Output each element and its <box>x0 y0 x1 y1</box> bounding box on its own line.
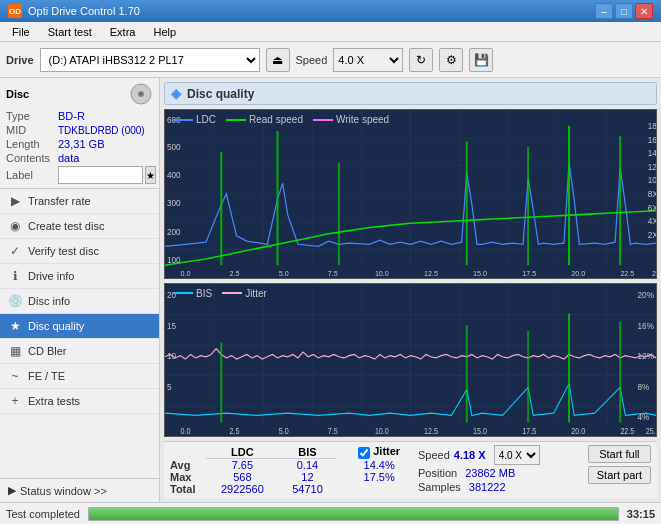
avg-label: Avg <box>170 459 206 472</box>
create-test-disc-label: Create test disc <box>28 220 104 232</box>
start-full-button[interactable]: Start full <box>588 445 651 463</box>
svg-text:16%: 16% <box>638 320 655 331</box>
disc-quality-panel: ◈ Disc quality LDC Read speed <box>160 78 661 502</box>
samples-value: 381222 <box>469 481 506 493</box>
svg-text:22.5: 22.5 <box>620 269 634 278</box>
speed-label: Speed <box>296 54 328 66</box>
title-bar-left: OD Opti Drive Control 1.70 <box>8 4 140 18</box>
svg-text:15.0: 15.0 <box>473 427 487 437</box>
app-title: Opti Drive Control 1.70 <box>28 5 140 17</box>
close-button[interactable]: ✕ <box>635 3 653 19</box>
svg-text:15: 15 <box>167 320 176 331</box>
upper-chart-legend: LDC Read speed Write speed <box>167 112 395 127</box>
verify-test-disc-icon: ✓ <box>8 244 22 258</box>
svg-text:500: 500 <box>167 143 181 152</box>
sidebar-item-transfer-rate[interactable]: ▶ Transfer rate <box>0 189 159 214</box>
svg-text:15.0: 15.0 <box>473 269 487 278</box>
menu-start-test[interactable]: Start test <box>40 24 100 40</box>
svg-text:25.0 GB: 25.0 GB <box>652 269 656 278</box>
disc-quality-icon: ★ <box>8 319 22 333</box>
disc-length-row: Length 23,31 GB <box>6 138 153 150</box>
svg-text:12.5: 12.5 <box>424 427 438 437</box>
main-area: Disc Type BD-R MID TDKBLDRBD (000) Lengt… <box>0 78 661 502</box>
disc-mid-value: TDKBLDRBD (000) <box>58 125 145 136</box>
transfer-rate-icon: ▶ <box>8 194 22 208</box>
bis-legend-label: BIS <box>196 288 212 299</box>
svg-text:10.0: 10.0 <box>375 427 389 437</box>
disc-type-row: Type BD-R <box>6 110 153 122</box>
disc-label-input[interactable] <box>58 166 143 184</box>
menu-file[interactable]: File <box>4 24 38 40</box>
bis-color <box>173 292 193 294</box>
maximize-button[interactable]: □ <box>615 3 633 19</box>
menu-extra[interactable]: Extra <box>102 24 144 40</box>
bis-header: BIS <box>279 445 337 458</box>
disc-contents-value: data <box>58 152 79 164</box>
svg-text:14X: 14X <box>648 149 656 158</box>
status-window-button[interactable]: ▶ Status window >> <box>0 478 159 502</box>
svg-text:5.0: 5.0 <box>279 269 289 278</box>
write-speed-legend-label: Write speed <box>336 114 389 125</box>
svg-text:5: 5 <box>167 381 172 392</box>
svg-text:12.5: 12.5 <box>424 269 438 278</box>
status-window-label: Status window >> <box>20 485 107 497</box>
disc-info-icon: 💿 <box>8 294 22 308</box>
disc-length-label: Length <box>6 138 58 150</box>
read-speed-color <box>226 119 246 121</box>
legend-ldc: LDC <box>173 114 216 125</box>
svg-text:7.5: 7.5 <box>328 269 338 278</box>
speed-stat-select[interactable]: 4.0 X <box>494 445 540 465</box>
svg-text:6X: 6X <box>648 204 656 213</box>
progress-bar <box>88 507 619 521</box>
sidebar-item-disc-info[interactable]: 💿 Disc info <box>0 289 159 314</box>
sidebar-item-extra-tests[interactable]: + Extra tests <box>0 389 159 414</box>
extra-tests-icon: + <box>8 394 22 408</box>
drive-select[interactable]: (D:) ATAPI iHBS312 2 PL17 <box>40 48 260 72</box>
svg-text:2.5: 2.5 <box>230 427 240 437</box>
disc-label-btn[interactable]: ★ <box>145 166 156 184</box>
progress-bar-fill <box>89 508 618 520</box>
svg-text:22.5: 22.5 <box>620 427 634 437</box>
svg-text:200: 200 <box>167 228 181 237</box>
disc-section-title: Disc <box>6 88 29 100</box>
panel-header: ◈ Disc quality <box>164 82 657 105</box>
sidebar-item-fe-te[interactable]: ~ FE / TE <box>0 364 159 389</box>
samples-label: Samples <box>418 481 461 493</box>
jitter-checkbox[interactable] <box>358 447 370 459</box>
sidebar-item-verify-test-disc[interactable]: ✓ Verify test disc <box>0 239 159 264</box>
avg-ldc: 7.65 <box>206 459 279 472</box>
svg-text:7.5: 7.5 <box>328 427 338 437</box>
read-speed-legend-label: Read speed <box>249 114 303 125</box>
stats-table: LDC BIS Jitter Avg <box>170 445 410 495</box>
refresh-button[interactable]: ↻ <box>409 48 433 72</box>
save-button[interactable]: 💾 <box>469 48 493 72</box>
fe-te-label: FE / TE <box>28 370 65 382</box>
ldc-color <box>173 119 193 121</box>
svg-text:0.0: 0.0 <box>180 269 190 278</box>
lower-chart: BIS Jitter <box>164 283 657 438</box>
svg-text:0.0: 0.0 <box>180 427 190 437</box>
svg-text:8%: 8% <box>638 381 650 392</box>
menu-help[interactable]: Help <box>145 24 184 40</box>
sidebar-item-disc-quality[interactable]: ★ Disc quality <box>0 314 159 339</box>
drive-label: Drive <box>6 54 34 66</box>
eject-button[interactable]: ⏏ <box>266 48 290 72</box>
sidebar-item-drive-info[interactable]: ℹ Drive info <box>0 264 159 289</box>
minimize-button[interactable]: – <box>595 3 613 19</box>
start-part-button[interactable]: Start part <box>588 466 651 484</box>
settings-button[interactable]: ⚙ <box>439 48 463 72</box>
jitter-header: Jitter <box>373 445 400 457</box>
svg-text:10.0: 10.0 <box>375 269 389 278</box>
verify-test-disc-label: Verify test disc <box>28 245 99 257</box>
panel-icon: ◈ <box>171 86 181 101</box>
speed-select[interactable]: 4.0 X <box>333 48 403 72</box>
content-area: ◈ Disc quality LDC Read speed <box>160 78 661 502</box>
sidebar-item-create-test-disc[interactable]: ◉ Create test disc <box>0 214 159 239</box>
svg-text:25.0 GB: 25.0 GB <box>646 427 656 437</box>
avg-bis: 0.14 <box>279 459 337 472</box>
svg-text:2X: 2X <box>648 231 656 240</box>
total-ldc: 2922560 <box>206 483 279 495</box>
svg-text:20%: 20% <box>638 289 655 300</box>
sidebar-item-cd-bler[interactable]: ▦ CD Bler <box>0 339 159 364</box>
total-bis: 54710 <box>279 483 337 495</box>
